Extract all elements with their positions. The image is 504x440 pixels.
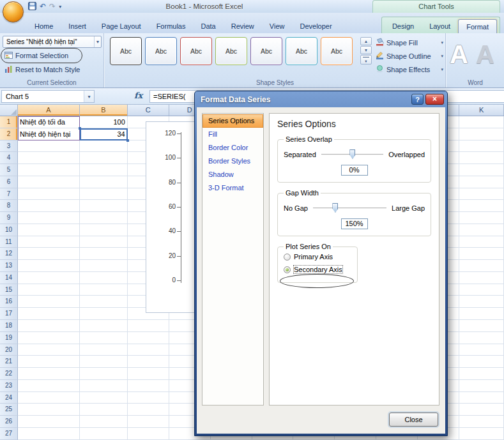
cell-A10[interactable] [18, 224, 80, 236]
row-header-19[interactable]: 19 [0, 332, 18, 344]
gap-width-slider-handle[interactable] [332, 203, 338, 213]
cell-A6[interactable] [18, 176, 80, 188]
cell-K18[interactable] [459, 320, 504, 332]
shape-style-2[interactable]: Abc [145, 37, 177, 65]
cell-K22[interactable] [459, 368, 504, 380]
tab-developer[interactable]: Developer [292, 19, 339, 33]
row-header-18[interactable]: 18 [0, 320, 18, 332]
cell-C26[interactable] [128, 416, 169, 428]
gallery-scroll-up-icon[interactable]: ▲ [360, 37, 372, 45]
tab-page-layout[interactable]: Page Layout [94, 19, 149, 33]
cell-B11[interactable] [80, 236, 128, 248]
nav-border-styles[interactable]: Border Styles [202, 155, 263, 168]
row-header-2[interactable]: 2 [0, 128, 18, 140]
gap-width-value-field[interactable]: 150% [341, 218, 368, 229]
cell-K17[interactable] [459, 308, 504, 320]
row-header-1[interactable]: 1 [0, 116, 18, 128]
cell-B15[interactable] [80, 284, 128, 296]
shape-style-6[interactable]: Abc [286, 37, 317, 65]
cell-A4[interactable] [18, 152, 80, 164]
cell-B8[interactable] [80, 200, 128, 212]
gallery-scroll-down-icon[interactable]: ▼ [360, 46, 372, 54]
nav-series-options[interactable]: Series Options [202, 114, 263, 128]
cell-B7[interactable] [80, 188, 128, 201]
cell-K25[interactable] [459, 404, 504, 416]
cell-K3[interactable] [459, 140, 504, 153]
tab-design[interactable]: Design [385, 19, 422, 33]
cell-K16[interactable] [459, 296, 504, 308]
cell-A21[interactable] [18, 356, 80, 368]
save-icon[interactable] [28, 2, 36, 11]
row-header-16[interactable]: 16 [0, 296, 18, 308]
cell-B9[interactable] [80, 212, 128, 224]
cell-C25[interactable] [128, 404, 169, 416]
cell-A24[interactable] [18, 392, 80, 404]
cell-B16[interactable] [80, 296, 128, 308]
gap-width-slider[interactable] [313, 208, 386, 209]
cell-B22[interactable] [80, 368, 128, 380]
cell-B21[interactable] [80, 356, 128, 368]
cell-B25[interactable] [80, 404, 128, 416]
cell-K20[interactable] [459, 344, 504, 356]
cell-A13[interactable] [18, 260, 80, 272]
cell-B19[interactable] [80, 332, 128, 344]
cell-A1[interactable]: Nhiệt độ tối đa [18, 116, 80, 128]
series-overlap-slider-handle[interactable] [349, 149, 355, 159]
row-header-6[interactable]: 6 [0, 176, 18, 188]
row-header-4[interactable]: 4 [0, 152, 18, 164]
undo-icon[interactable]: ↶ [40, 2, 46, 11]
cell-A20[interactable] [18, 344, 80, 356]
cell-A5[interactable] [18, 164, 80, 176]
cell-B26[interactable] [80, 416, 128, 428]
cell-A9[interactable] [18, 212, 80, 224]
cell-A11[interactable] [18, 236, 80, 248]
shape-style-7[interactable]: Abc [321, 37, 353, 65]
gallery-more-icon[interactable]: ▾ [360, 55, 372, 64]
cell-K19[interactable] [459, 332, 504, 344]
cell-B5[interactable] [80, 164, 128, 176]
tab-format[interactable]: Format [458, 19, 497, 33]
help-button[interactable]: ? [411, 94, 424, 105]
cell-A8[interactable] [18, 200, 80, 212]
close-icon[interactable]: × [425, 94, 444, 105]
cell-B17[interactable] [80, 308, 128, 320]
cell-B18[interactable] [80, 320, 128, 332]
cell-K1[interactable] [459, 116, 504, 128]
cell-K27[interactable] [459, 428, 504, 440]
cell-A25[interactable] [18, 404, 80, 416]
cell-C22[interactable] [128, 368, 169, 380]
row-header-22[interactable]: 22 [0, 368, 18, 380]
row-header-23[interactable]: 23 [0, 380, 18, 392]
cell-B6[interactable] [80, 176, 128, 188]
cell-K4[interactable] [459, 152, 504, 164]
cell-K21[interactable] [459, 356, 504, 368]
row-header-15[interactable]: 15 [0, 284, 18, 296]
dialog-title-bar[interactable]: Format Data Series ? × [195, 91, 447, 107]
cell-A12[interactable] [18, 248, 80, 260]
cell-C21[interactable] [128, 356, 169, 368]
shape-effects-button[interactable]: Shape Effects ▾ [376, 63, 443, 75]
office-button[interactable] [3, 1, 24, 22]
tab-review[interactable]: Review [224, 19, 262, 33]
row-header-25[interactable]: 25 [0, 404, 18, 416]
column-header-B[interactable]: B [80, 105, 128, 116]
tab-insert[interactable]: Insert [61, 19, 94, 33]
tab-home[interactable]: Home [27, 19, 61, 33]
cell-K5[interactable] [459, 164, 504, 176]
cell-C20[interactable] [128, 344, 169, 356]
cell-B14[interactable] [80, 272, 128, 284]
name-box[interactable]: Chart 5 ▾ [1, 90, 95, 103]
shape-outline-button[interactable]: Shape Outline ▾ [376, 50, 443, 62]
radio-secondary-axis[interactable]: Secondary Axis [284, 263, 351, 276]
tab-layout[interactable]: Layout [422, 19, 458, 33]
row-header-26[interactable]: 26 [0, 416, 18, 428]
row-header-21[interactable]: 21 [0, 356, 18, 368]
cell-K7[interactable] [459, 188, 504, 201]
format-selection-button[interactable]: Format Selection [3, 50, 70, 61]
cell-K9[interactable] [459, 212, 504, 224]
cell-K6[interactable] [459, 176, 504, 188]
tab-formulas[interactable]: Formulas [149, 19, 194, 33]
cell-B27[interactable] [80, 428, 128, 440]
cell-K24[interactable] [459, 392, 504, 404]
chart-element-selector[interactable]: Series "Nhiệt độ hiện tại" ▾ [3, 36, 102, 48]
